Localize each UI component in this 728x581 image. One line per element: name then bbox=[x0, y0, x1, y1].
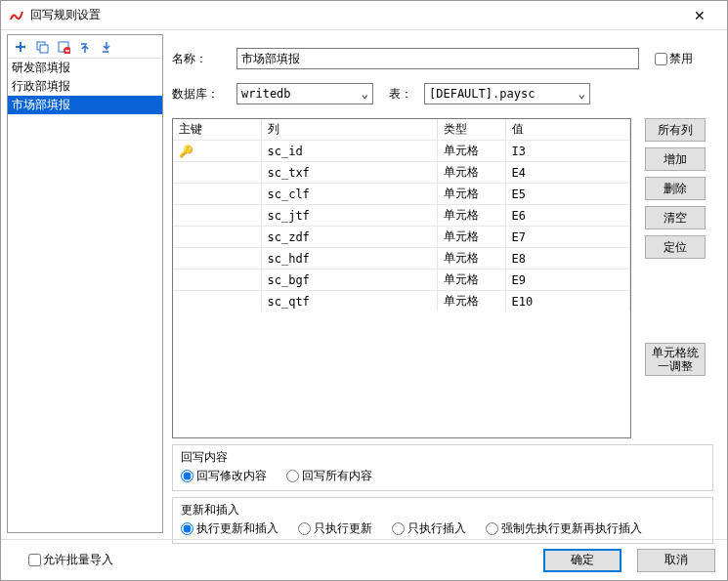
insert-only-radio[interactable]: 只执行插入 bbox=[392, 520, 466, 537]
cell-type: 单元格 bbox=[437, 248, 505, 270]
move-up-icon[interactable] bbox=[76, 38, 94, 56]
header-type[interactable]: 类型 bbox=[437, 119, 505, 141]
cell-col: sc_hdf bbox=[261, 248, 437, 270]
batch-import-checkbox[interactable] bbox=[28, 554, 41, 566]
writeback-modify-radio[interactable]: 回写修改内容 bbox=[181, 468, 267, 484]
add-button[interactable]: 增加 bbox=[645, 147, 706, 171]
table-row[interactable]: 🔑sc_id单元格I3 bbox=[173, 141, 630, 162]
titlebar: 回写规则设置 ✕ bbox=[1, 1, 727, 30]
footer: 允许批量导入 确定 取消 bbox=[1, 539, 727, 580]
table-row[interactable]: sc_txf单元格E4 bbox=[173, 162, 630, 184]
dialog-body: 研发部填报行政部填报市场部填报 名称： 禁用 数据库： writedb ⌄ 表： bbox=[1, 30, 727, 539]
name-input[interactable] bbox=[236, 48, 639, 69]
disable-label: 禁用 bbox=[669, 51, 693, 67]
table-row[interactable]: sc_clf单元格E5 bbox=[173, 184, 630, 205]
chevron-down-icon: ⌄ bbox=[362, 87, 368, 101]
update-both-radio[interactable]: 执行更新和插入 bbox=[181, 520, 278, 537]
db-label: 数据库： bbox=[172, 86, 236, 103]
move-down-icon[interactable] bbox=[98, 38, 115, 56]
table-select[interactable]: [DEFAULT].paysc ⌄ bbox=[424, 83, 590, 104]
database-value: writedb bbox=[241, 87, 291, 101]
cell-col: sc_qtf bbox=[261, 291, 437, 312]
cell-value: E9 bbox=[505, 270, 630, 291]
table-row[interactable]: sc_bgf单元格E9 bbox=[173, 270, 630, 291]
batch-import-checkbox-wrap[interactable]: 允许批量导入 bbox=[28, 552, 113, 568]
cell-col: sc_zdf bbox=[261, 227, 437, 248]
table-row[interactable]: sc_jtf单元格E6 bbox=[173, 205, 630, 227]
disable-checkbox-wrap[interactable]: 禁用 bbox=[655, 51, 693, 67]
cell-type: 单元格 bbox=[437, 184, 505, 205]
cell-col: sc_id bbox=[261, 141, 437, 162]
header-value[interactable]: 值 bbox=[505, 119, 630, 141]
cell-value: E7 bbox=[505, 227, 630, 248]
cell-type: 单元格 bbox=[437, 141, 505, 162]
copy-rule-icon[interactable] bbox=[33, 38, 51, 56]
close-button[interactable]: ✕ bbox=[680, 8, 719, 23]
add-rule-icon[interactable] bbox=[12, 38, 29, 56]
cell-value: I3 bbox=[505, 141, 630, 162]
app-logo-icon bbox=[9, 8, 24, 23]
cancel-button[interactable]: 取消 bbox=[637, 549, 715, 572]
all-columns-button[interactable]: 所有列 bbox=[645, 118, 706, 142]
cell-value: E8 bbox=[505, 248, 630, 270]
cell-col: sc_jtf bbox=[261, 205, 437, 227]
db-row: 数据库： writedb ⌄ 表： [DEFAULT].paysc ⌄ bbox=[172, 83, 717, 104]
cell-col: sc_clf bbox=[261, 184, 437, 205]
cell-col: sc_bgf bbox=[261, 270, 437, 291]
table-row[interactable]: sc_zdf单元格E7 bbox=[173, 227, 630, 248]
update-only-radio[interactable]: 只执行更新 bbox=[298, 520, 372, 537]
cell-type: 单元格 bbox=[437, 205, 505, 227]
cell-type: 单元格 bbox=[437, 227, 505, 248]
cell-type: 单元格 bbox=[437, 162, 505, 184]
key-icon: 🔑 bbox=[179, 145, 193, 158]
cell-value: E4 bbox=[505, 162, 630, 184]
side-buttons: 所有列 增加 删除 清空 定位 单元格统一调整 bbox=[645, 118, 706, 438]
name-row: 名称： 禁用 bbox=[172, 48, 717, 69]
dialog-window: 回写规则设置 ✕ 研发部填报行政部填报市场部填报 名称： 禁用 bbox=[0, 0, 728, 581]
writeback-legend: 回写内容 bbox=[181, 449, 705, 466]
delete-rule-icon[interactable] bbox=[55, 38, 72, 56]
cell-value: E5 bbox=[505, 184, 630, 205]
database-select[interactable]: writedb ⌄ bbox=[236, 83, 373, 104]
table-area: 主键 列 类型 值 🔑sc_id单元格I3sc_txf单元格E4sc_clf单元… bbox=[172, 118, 717, 438]
cell-value: E10 bbox=[505, 291, 630, 312]
update-legend: 更新和插入 bbox=[181, 502, 705, 519]
rule-item[interactable]: 行政部填报 bbox=[8, 77, 162, 96]
update-fieldset: 更新和插入 执行更新和插入 只执行更新 只执行插入 强制先执行更新再执行插入 bbox=[172, 497, 713, 544]
batch-import-label: 允许批量导入 bbox=[43, 552, 113, 568]
force-radio[interactable]: 强制先执行更新再执行插入 bbox=[486, 520, 642, 537]
header-col[interactable]: 列 bbox=[261, 119, 437, 141]
ok-button[interactable]: 确定 bbox=[543, 549, 621, 572]
name-label: 名称： bbox=[172, 51, 236, 67]
clear-button[interactable]: 清空 bbox=[645, 206, 706, 229]
rule-item[interactable]: 研发部填报 bbox=[8, 59, 162, 77]
rule-list[interactable]: 研发部填报行政部填报市场部填报 bbox=[8, 59, 162, 532]
cell-value: E6 bbox=[505, 205, 630, 227]
table-value: [DEFAULT].paysc bbox=[429, 87, 535, 101]
cell-type: 单元格 bbox=[437, 270, 505, 291]
table-label: 表： bbox=[389, 86, 412, 103]
window-title: 回写规则设置 bbox=[30, 7, 680, 23]
disable-checkbox[interactable] bbox=[655, 53, 667, 65]
rule-list-pane: 研发部填报行政部填报市场部填报 bbox=[7, 34, 163, 533]
writeback-all-radio[interactable]: 回写所有内容 bbox=[286, 468, 372, 484]
cell-type: 单元格 bbox=[437, 291, 505, 312]
rule-toolbar bbox=[8, 35, 162, 59]
columns-grid[interactable]: 主键 列 类型 值 🔑sc_id单元格I3sc_txf单元格E4sc_clf单元… bbox=[172, 118, 631, 438]
delete-button[interactable]: 删除 bbox=[645, 177, 706, 200]
chevron-down-icon: ⌄ bbox=[578, 87, 585, 101]
rule-item[interactable]: 市场部填报 bbox=[8, 96, 162, 114]
cell-adjust-button[interactable]: 单元格统一调整 bbox=[645, 343, 706, 376]
header-pk[interactable]: 主键 bbox=[173, 119, 261, 141]
right-pane: 名称： 禁用 数据库： writedb ⌄ 表： [DEFAULT].paysc… bbox=[172, 34, 717, 533]
table-row[interactable]: sc_qtf单元格E10 bbox=[173, 291, 630, 312]
writeback-fieldset: 回写内容 回写修改内容 回写所有内容 bbox=[172, 444, 713, 491]
locate-button[interactable]: 定位 bbox=[645, 235, 706, 259]
svg-rect-1 bbox=[40, 45, 48, 53]
cell-col: sc_txf bbox=[261, 162, 437, 184]
table-row[interactable]: sc_hdf单元格E8 bbox=[173, 248, 630, 270]
